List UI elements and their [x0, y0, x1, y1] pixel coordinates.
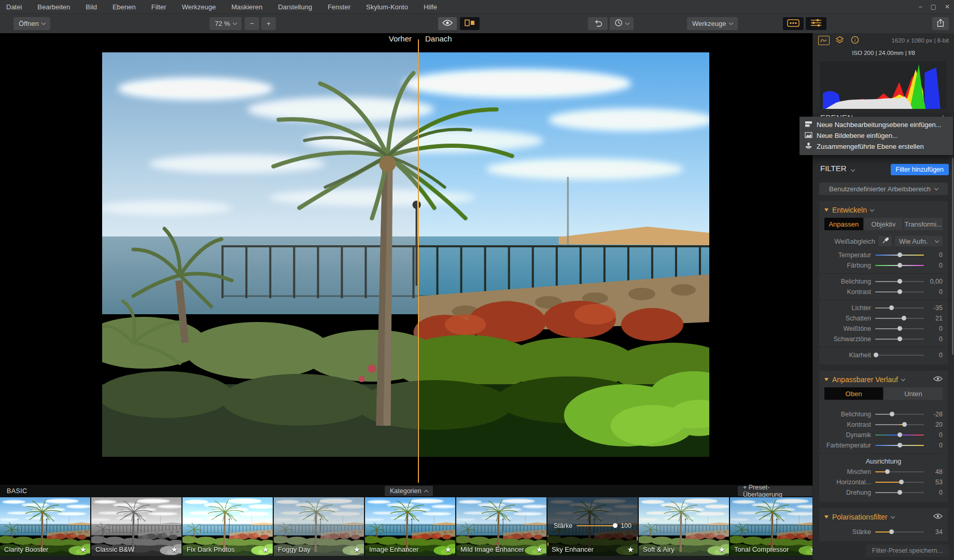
preset-tile-mild-image-enhancer[interactable]: Mild Image Enhancer★: [456, 497, 546, 556]
maximize-button[interactable]: ▢: [931, 3, 936, 10]
white-balance-select[interactable]: Wie Aufn.: [895, 236, 943, 246]
white-balance-picker-button[interactable]: [878, 236, 892, 246]
slider-track[interactable]: [875, 265, 924, 266]
preset-tile-sky-enhancer[interactable]: Stärke100Sky Enhancer★: [548, 497, 638, 556]
preset-tile-image-enhancer[interactable]: Image Enhancer★: [365, 497, 455, 556]
zoom-in-button[interactable]: +: [261, 17, 276, 30]
preview-eye-button[interactable]: [438, 17, 457, 30]
open-button[interactable]: Öffnen: [13, 17, 50, 30]
tools-button[interactable]: Werkzeuge: [687, 17, 738, 30]
menu-item-werkzeuge[interactable]: Werkzeuge: [182, 3, 216, 11]
polarization-header[interactable]: Polarisationsfilter: [824, 510, 943, 524]
menu-item-bearbeiten[interactable]: Bearbeiten: [37, 3, 70, 11]
slider-track[interactable]: [875, 355, 924, 356]
tab-oben[interactable]: Oben: [824, 387, 883, 400]
develop-header[interactable]: Entwickeln: [824, 203, 943, 217]
slider-handle[interactable]: [897, 253, 902, 257]
categories-button[interactable]: Kategorien: [385, 486, 433, 496]
favorite-star-icon[interactable]: ★: [627, 545, 634, 554]
slider-handle[interactable]: [897, 326, 902, 331]
slider-handle[interactable]: [897, 432, 902, 437]
menu-item-skylum-konto[interactable]: Skylum-Konto: [366, 3, 408, 11]
presets-panel-toggle[interactable]: [783, 17, 804, 30]
strength-track[interactable]: [577, 525, 616, 526]
preset-tile-tonal-compressor[interactable]: Tonal Compressor★: [730, 497, 812, 556]
visibility-eye-icon[interactable]: [933, 513, 943, 521]
preset-tile-foggy-day[interactable]: Foggy Day★: [274, 497, 364, 556]
slider-handle[interactable]: [897, 289, 902, 294]
preset-tile-soft-airy[interactable]: Soft & Airy★: [639, 497, 729, 556]
slider-handle[interactable]: [885, 469, 890, 474]
history-button[interactable]: [610, 17, 634, 30]
panel-scrollbar[interactable]: [952, 158, 953, 355]
tab-unten[interactable]: Unten: [884, 387, 943, 400]
slider-track[interactable]: [875, 482, 924, 483]
tab-anpassen[interactable]: Anpassen: [824, 218, 863, 230]
slider-track[interactable]: [875, 281, 924, 282]
preset-tile-clarity-booster[interactable]: Clarity Booster★: [0, 497, 90, 556]
filters-panel-toggle[interactable]: [806, 17, 826, 30]
favorite-star-icon[interactable]: ★: [171, 545, 178, 554]
zoom-level-select[interactable]: 72 %: [209, 17, 242, 30]
preset-tile-fix-dark-photos[interactable]: Fix Dark Photos★: [183, 497, 273, 556]
add-filter-button[interactable]: Filter hinzufügen: [891, 164, 949, 175]
slider-handle[interactable]: [897, 490, 902, 495]
close-button[interactable]: ✕: [945, 3, 950, 10]
preset-overlay-button[interactable]: + Preset-Überlagerung: [738, 486, 812, 496]
workspace-selector[interactable]: Benutzerdefinierter Arbeitsbereich: [819, 183, 948, 195]
slider-track[interactable]: [875, 255, 924, 256]
favorite-star-icon[interactable]: ★: [810, 545, 812, 554]
menu-item-neue-bildebene-einf-gen[interactable]: Neue Bildebene einfügen...: [799, 130, 953, 141]
tab-transformieren[interactable]: Transformi...: [904, 218, 943, 230]
slider-handle[interactable]: [899, 480, 904, 484]
slider-handle[interactable]: [890, 412, 894, 416]
slider-handle[interactable]: [897, 279, 902, 284]
visibility-eye-icon[interactable]: [933, 375, 943, 383]
menu-item-bild[interactable]: Bild: [86, 3, 97, 11]
favorite-star-icon[interactable]: ★: [445, 545, 452, 554]
slider-handle[interactable]: [889, 529, 894, 534]
preset-tile-classic-b-w[interactable]: Classic B&W★: [91, 497, 181, 556]
menu-item-fenster[interactable]: Fenster: [328, 3, 350, 11]
favorite-star-icon[interactable]: ★: [536, 545, 543, 554]
menu-item-ebenen[interactable]: Ebenen: [113, 3, 136, 11]
layers-tab-button[interactable]: [834, 36, 845, 45]
slider-handle[interactable]: [897, 443, 902, 447]
slider-handle[interactable]: [897, 337, 902, 341]
minimize-button[interactable]: –: [919, 3, 922, 10]
filter-title[interactable]: FILTER: [820, 164, 847, 173]
menu-item-darstellung[interactable]: Darstellung: [278, 3, 312, 11]
slider-track[interactable]: [875, 328, 924, 329]
undo-button[interactable]: [588, 17, 608, 30]
slider-track[interactable]: [875, 307, 924, 309]
favorite-star-icon[interactable]: ★: [354, 545, 360, 554]
menu-item-zusammengef-hrte-ebene-erstellen[interactable]: Zusammengeführte Ebene erstellen: [799, 141, 953, 152]
compare-divider-handle[interactable]: [418, 39, 419, 483]
slider-track[interactable]: [875, 435, 924, 436]
favorite-star-icon[interactable]: ★: [80, 545, 87, 554]
slider-track[interactable]: [875, 414, 924, 415]
menu-item-datei[interactable]: Datei: [6, 3, 22, 11]
menu-item-filter[interactable]: Filter: [151, 3, 166, 11]
histogram-tab-button[interactable]: [818, 36, 830, 45]
strength-handle[interactable]: [613, 523, 618, 528]
save-filter-preset-button[interactable]: Filter-Preset speichern...: [866, 544, 949, 557]
menu-item-neue-nachbearbeitungsebene-einf-gen[interactable]: Neue Nachbearbeitungsebene einfügen...: [799, 119, 953, 130]
slider-track[interactable]: [875, 318, 924, 319]
menu-item-maskieren[interactable]: Maskieren: [231, 3, 262, 11]
slider-track[interactable]: [875, 424, 924, 425]
favorite-star-icon[interactable]: ★: [719, 545, 725, 554]
slider-handle[interactable]: [874, 353, 878, 357]
favorite-star-icon[interactable]: ★: [262, 545, 269, 554]
slider-handle[interactable]: [902, 422, 907, 427]
info-tab-button[interactable]: i: [849, 36, 861, 45]
compare-split-button[interactable]: [460, 17, 480, 30]
slider-handle[interactable]: [902, 316, 906, 320]
slider-track[interactable]: [875, 291, 924, 292]
slider-handle[interactable]: [889, 305, 894, 310]
slider-track[interactable]: [875, 471, 924, 472]
zoom-out-button[interactable]: −: [245, 17, 259, 30]
slider-track[interactable]: [875, 492, 924, 493]
tab-objektiv[interactable]: Objektiv: [864, 218, 903, 230]
slider-track[interactable]: [875, 339, 924, 340]
